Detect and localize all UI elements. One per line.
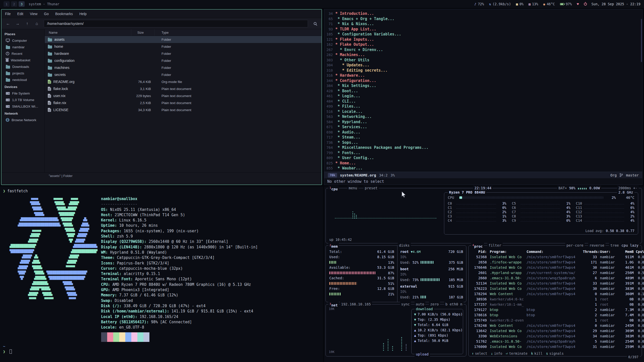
- process-row[interactable]: 178294Web Content/nix/store/sm8fnrf3wps4…: [469, 291, 642, 297]
- org-heading-line[interactable]: 825* Home...: [324, 161, 642, 166]
- process-row[interactable]: 38936kworker/u64:6-kc1root0B0.0: [469, 297, 642, 302]
- org-heading-line[interactable]: 304* Updates...: [324, 63, 642, 68]
- org-heading-line[interactable]: 764* Miscellaneous Packages and Programs…: [324, 145, 642, 150]
- file-row[interactable]: configurationFolder: [45, 57, 321, 64]
- org-heading-line[interactable]: 344* Configuration...: [324, 78, 642, 83]
- sidebar-item-nambiar[interactable]: nambiar: [2, 44, 45, 50]
- home-button[interactable]: ⌂: [33, 20, 41, 27]
- org-heading-line[interactable]: 563* Networking...: [324, 114, 642, 119]
- up-button[interactable]: ↑: [23, 20, 31, 27]
- process-row[interactable]: 178616btopbtop2nambiar7.4M0.0: [469, 312, 642, 318]
- file-row[interactable]: flake.lock3,1 KiBPlain text document: [45, 85, 321, 92]
- org-heading-line[interactable]: 484* CLI...: [324, 99, 642, 104]
- org-heading-line[interactable]: 499* Files...: [324, 104, 642, 109]
- file-row[interactable]: LICENSE34,3 KiBPlain text document: [45, 106, 321, 113]
- heart-module[interactable]: ♥: [577, 2, 579, 6]
- process-row[interactable]: 178248Web Content/nix/store/sm8fnrf3wps4…: [469, 323, 642, 328]
- org-heading-line[interactable]: 65* Emacs + Org + Tangle...: [324, 16, 642, 22]
- sidebar-item-recent[interactable]: Recent: [2, 50, 45, 57]
- forward-button[interactable]: →: [14, 20, 22, 27]
- column-header-name[interactable]: Name: [45, 29, 131, 36]
- file-row[interactable]: user.nix229 bytesPlain text document: [45, 92, 321, 99]
- process-row[interactable]: 2658.firefox-wrappe/nix/store/sm8fnrf3wp…: [469, 260, 642, 265]
- file-row[interactable]: machinesFolder: [45, 64, 321, 71]
- battery-module[interactable]: 97%: [560, 2, 572, 6]
- workspace-button-1[interactable]: 1: [4, 1, 10, 7]
- filter-button[interactable]: filter: [487, 243, 503, 248]
- search-button[interactable]: [311, 20, 319, 27]
- org-heading-line[interactable]: 310* Editing secrets...: [324, 68, 642, 73]
- sidebar-item-downloads[interactable]: Downloads: [2, 63, 45, 70]
- proc-option-per-core[interactable]: per-core: [565, 243, 585, 248]
- net-toggle-sync[interactable]: sync: [400, 302, 411, 307]
- org-heading-line[interactable]: 121* Flake Inputs...: [324, 37, 642, 42]
- sidebar-item-file-system[interactable]: File System: [2, 90, 45, 97]
- menu-edit[interactable]: Edit: [17, 12, 23, 16]
- org-heading-line[interactable]: 162* Flake Output...: [324, 42, 642, 47]
- proc-header-command[interactable]: Command:: [527, 249, 583, 254]
- org-heading-line[interactable]: 93* TLDR App List...: [324, 27, 642, 32]
- org-heading-line[interactable]: 105* Configuration Variables...: [324, 32, 642, 37]
- disks-title[interactable]: disks: [398, 243, 411, 248]
- sidebar-item-computer[interactable]: Computer: [2, 37, 45, 44]
- org-heading-line[interactable]: 71* Nix & Nixos...: [324, 21, 642, 27]
- temperature-module[interactable]: ◉46°C: [543, 2, 555, 6]
- process-row[interactable]: 3390WebExtensions/nix/store/sm8fnrf3wps4…: [469, 334, 642, 339]
- process-row[interactable]: 176646Isolated Web Co/nix/store/sm8fnrf3…: [469, 265, 642, 270]
- cpu-module[interactable]: ▦0%: [516, 2, 524, 6]
- proc-header-program[interactable]: Program:: [487, 249, 527, 254]
- terminal-cursor[interactable]: [10, 349, 12, 354]
- menu-button[interactable]: menu: [347, 186, 358, 191]
- process-row[interactable]: 51762.emacs-31.0.50-/nix/store/wnqz5pa8r…: [469, 339, 642, 344]
- org-heading-line[interactable]: 698* Audio...: [324, 130, 642, 135]
- process-row[interactable]: 176000Isolated Web Co/nix/store/sm8fnrf3…: [469, 344, 642, 349]
- volume-module[interactable]: ♪72%: [474, 2, 484, 6]
- emacs-scrollbar[interactable]: [641, 19, 642, 62]
- net-interface[interactable]: b eth0 n: [444, 302, 464, 307]
- sort-column[interactable]: cpu lazy: [620, 243, 640, 248]
- file-row[interactable]: README.org76,4 KiBOrg-mode file: [45, 78, 321, 85]
- column-header-size[interactable]: Size: [131, 29, 154, 36]
- process-row[interactable]: 179127btopbtop2nambiar7.3M0.0: [469, 307, 642, 312]
- sidebar-item-1-0-tb-volume[interactable]: 1,0 TB Volume: [2, 97, 45, 103]
- menu-help[interactable]: Help: [79, 12, 87, 16]
- org-heading-line[interactable]: 584* Hyprland...: [324, 119, 642, 125]
- clock[interactable]: Sun, 28 Sep 2025 - 22:19: [591, 2, 640, 6]
- network-module[interactable]: ⇅(2.9kb/s): [489, 2, 511, 6]
- net-toggle-zero[interactable]: zero: [429, 302, 440, 307]
- org-heading-line[interactable]: 461* Login...: [324, 94, 642, 99]
- process-row[interactable]: 2601.Hyprland-wrapp/run/current-system/s…: [469, 270, 642, 276]
- sidebar-item-nextcloud[interactable]: nextcloud: [2, 76, 45, 83]
- process-row[interactable]: 175749kworker/6:2-even1root0B0.0: [469, 318, 642, 323]
- memory-module[interactable]: ▤13%: [529, 2, 538, 6]
- process-row[interactable]: 2660.emacs-31.0.50-/nix/store/wnqz5pa8ra…: [469, 276, 642, 281]
- file-row[interactable]: assetsFolder: [45, 36, 321, 43]
- preset-button[interactable]: preset: [364, 186, 379, 191]
- proc-key-terminate[interactable]: ⏎terminate: [506, 351, 528, 355]
- org-heading-line[interactable]: 316* Hardware...: [324, 73, 642, 78]
- org-heading-line[interactable]: 671* Services...: [324, 124, 642, 130]
- proc-header-cpu%[interactable]: Cpu%: [634, 249, 644, 254]
- proc-header-user[interactable]: User:: [597, 249, 618, 254]
- process-row[interactable]: 13642Isolated Web Co/nix/store/sm8fnrf3w…: [469, 328, 642, 334]
- sidebar-item-projects[interactable]: projects: [2, 70, 45, 76]
- org-heading-line[interactable]: 516* Locale...: [324, 109, 642, 114]
- menu-view[interactable]: View: [30, 12, 37, 16]
- file-row[interactable]: secretsFolder: [45, 71, 321, 78]
- menu-file[interactable]: File: [5, 12, 11, 16]
- menu-bookmarks[interactable]: Bookmarks: [55, 12, 73, 16]
- proc-option-tree[interactable]: tree: [609, 243, 620, 248]
- org-heading-line[interactable]: 267* Envrc + Direnv...: [324, 47, 642, 53]
- org-heading-line[interactable]: 736* Sops...: [324, 140, 642, 145]
- workspace-button-2[interactable]: 2: [11, 1, 17, 7]
- process-row[interactable]: 52134Isolated Web Co/nix/store/sm8fnrf3w…: [469, 281, 642, 286]
- column-header-type[interactable]: Type: [154, 31, 321, 34]
- back-button[interactable]: ←: [4, 20, 12, 27]
- sidebar-item-browse-network[interactable]: Browse Network: [2, 117, 45, 123]
- org-heading-line[interactable]: 855* Waubar...: [324, 166, 642, 171]
- file-row[interactable]: flake.nix2,5 KiBPlain text document: [45, 99, 321, 106]
- org-heading-line[interactable]: 282* Machines...: [324, 52, 642, 58]
- org-heading-line[interactable]: 717* Steam...: [324, 135, 642, 140]
- org-heading-line[interactable]: 303* Other Utils: [324, 58, 642, 63]
- proc-key-select[interactable]: ↑select: [472, 351, 487, 355]
